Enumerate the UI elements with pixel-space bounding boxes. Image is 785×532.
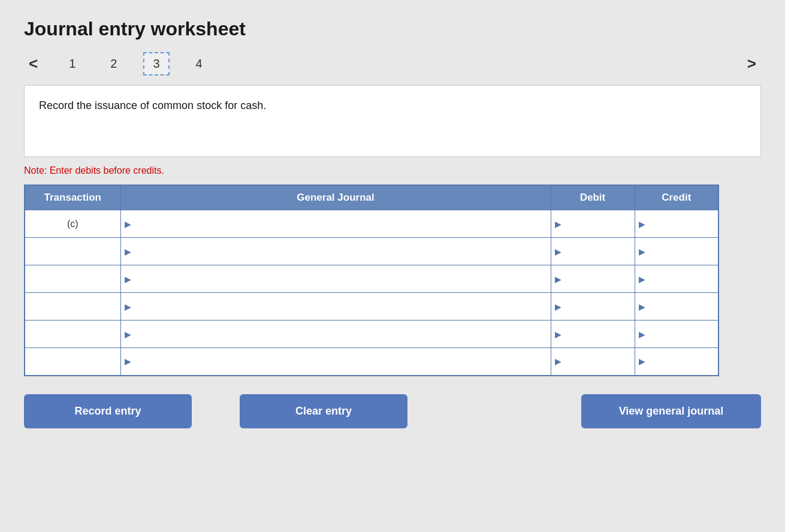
credit-cell-1[interactable]: ▶	[635, 238, 718, 265]
navigation-row: < 1 2 3 4 >	[24, 52, 761, 75]
transaction-cell-3	[25, 293, 120, 321]
col-header-credit: Credit	[635, 185, 718, 210]
debit-input-3[interactable]	[564, 293, 635, 320]
journal-arrow-icon-0: ▶	[121, 219, 134, 229]
clear-entry-button[interactable]: Clear entry	[240, 394, 407, 428]
credit-arrow-icon-4: ▶	[635, 330, 648, 339]
table-row: (c)▶▶▶	[25, 210, 718, 238]
journal-cell-2[interactable]: ▶	[120, 265, 551, 293]
table-row: ▶▶▶	[25, 348, 718, 376]
credit-arrow-icon-3: ▶	[635, 302, 648, 312]
table-row: ▶▶▶	[25, 321, 718, 348]
col-header-debit: Debit	[551, 185, 635, 210]
record-entry-button[interactable]: Record entry	[24, 394, 192, 428]
debit-input-4[interactable]	[564, 321, 635, 347]
credit-input-3[interactable]	[648, 293, 718, 320]
nav-item-3[interactable]: 3	[143, 52, 169, 75]
description-box: Record the issuance of common stock for …	[24, 85, 761, 157]
journal-arrow-icon-2: ▶	[121, 274, 134, 284]
debit-arrow-icon-3: ▶	[551, 302, 564, 312]
credit-input-1[interactable]	[648, 238, 718, 265]
table-row: ▶▶▶	[25, 265, 718, 293]
journal-input-3[interactable]	[134, 293, 551, 320]
debit-input-0[interactable]	[564, 210, 635, 237]
credit-arrow-icon-2: ▶	[635, 274, 648, 284]
credit-input-5[interactable]	[648, 348, 718, 375]
journal-input-1[interactable]	[134, 238, 551, 265]
credit-cell-4[interactable]: ▶	[635, 321, 718, 348]
journal-arrow-icon-5: ▶	[121, 356, 134, 366]
debit-cell-4[interactable]: ▶	[551, 321, 635, 348]
table-row: ▶▶▶	[25, 238, 718, 265]
credit-input-4[interactable]	[648, 321, 718, 347]
credit-input-2[interactable]	[648, 265, 718, 292]
credit-cell-2[interactable]: ▶	[635, 265, 718, 293]
transaction-cell-4	[25, 321, 120, 348]
journal-arrow-icon-1: ▶	[121, 247, 134, 256]
view-general-journal-button[interactable]: View general journal	[581, 394, 761, 428]
journal-arrow-icon-4: ▶	[121, 330, 134, 339]
debit-input-5[interactable]	[564, 348, 635, 375]
debit-cell-3[interactable]: ▶	[551, 293, 635, 321]
col-header-transaction: Transaction	[25, 185, 120, 210]
journal-table: Transaction General Journal Debit Credit…	[24, 185, 719, 376]
credit-arrow-icon-0: ▶	[635, 219, 648, 229]
buttons-row: Record entry Clear entry View general jo…	[24, 394, 761, 428]
debit-cell-1[interactable]: ▶	[551, 238, 635, 265]
debit-arrow-icon-2: ▶	[551, 274, 564, 284]
journal-cell-5[interactable]: ▶	[120, 348, 551, 376]
journal-arrow-icon-3: ▶	[121, 302, 134, 312]
col-header-general-journal: General Journal	[120, 185, 551, 210]
credit-cell-3[interactable]: ▶	[635, 293, 718, 321]
journal-cell-0[interactable]: ▶	[120, 210, 551, 238]
transaction-cell-1	[25, 238, 120, 265]
debit-arrow-icon-0: ▶	[551, 219, 564, 229]
debit-cell-2[interactable]: ▶	[551, 265, 635, 293]
debit-arrow-icon-4: ▶	[551, 330, 564, 339]
credit-cell-0[interactable]: ▶	[635, 210, 718, 238]
journal-input-5[interactable]	[134, 348, 551, 375]
nav-item-4[interactable]: 4	[188, 53, 211, 74]
nav-next-arrow[interactable]: >	[742, 52, 761, 75]
debit-input-1[interactable]	[564, 238, 635, 265]
journal-input-0[interactable]	[134, 210, 551, 237]
debit-arrow-icon-5: ▶	[551, 356, 564, 366]
table-row: ▶▶▶	[25, 293, 718, 321]
credit-input-0[interactable]	[648, 210, 718, 237]
debit-cell-5[interactable]: ▶	[551, 348, 635, 376]
debit-input-2[interactable]	[564, 265, 635, 292]
nav-prev-arrow[interactable]: <	[24, 52, 43, 75]
page-title: Journal entry worksheet	[24, 18, 761, 40]
credit-cell-5[interactable]: ▶	[635, 348, 718, 376]
journal-cell-4[interactable]: ▶	[120, 321, 551, 348]
nav-item-2[interactable]: 2	[102, 53, 125, 74]
description-text: Record the issuance of common stock for …	[39, 99, 266, 111]
debit-cell-0[interactable]: ▶	[551, 210, 635, 238]
transaction-cell-2	[25, 265, 120, 293]
transaction-cell-0: (c)	[25, 210, 120, 238]
nav-item-1[interactable]: 1	[61, 53, 84, 74]
transaction-cell-5	[25, 348, 120, 376]
credit-arrow-icon-1: ▶	[635, 247, 648, 256]
credit-arrow-icon-5: ▶	[635, 356, 648, 366]
debit-arrow-icon-1: ▶	[551, 247, 564, 256]
journal-input-2[interactable]	[134, 265, 551, 292]
journal-cell-1[interactable]: ▶	[120, 238, 551, 265]
note-text: Note: Enter debits before credits.	[24, 165, 761, 176]
journal-cell-3[interactable]: ▶	[120, 293, 551, 321]
journal-input-4[interactable]	[134, 321, 551, 347]
